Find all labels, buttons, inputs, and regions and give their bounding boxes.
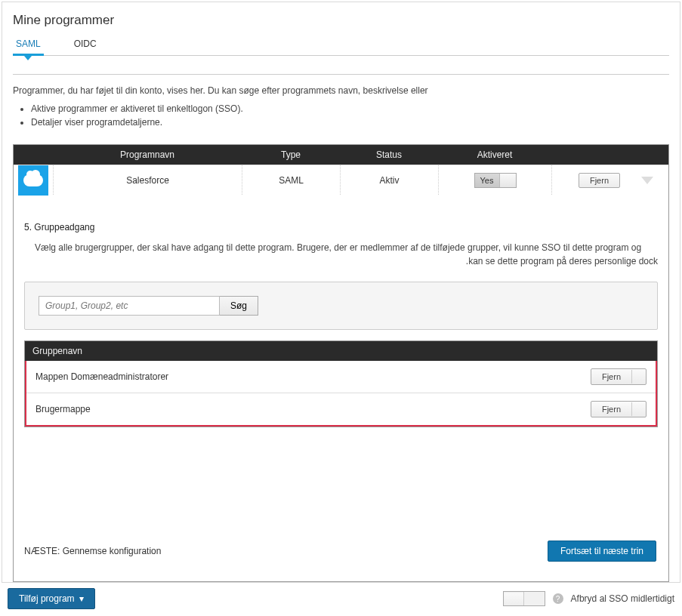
app-type: SAML	[242, 165, 340, 195]
groups-header: Gruppenavn	[25, 341, 657, 361]
remove-group-button[interactable]: Fjern	[591, 370, 632, 383]
expand-row-icon[interactable]	[641, 177, 653, 184]
page-title: Mine programmer	[13, 13, 669, 28]
col-header-enabled: Aktiveret	[438, 149, 551, 160]
intro-text: Programmer, du har føjet til din konto, …	[13, 85, 669, 96]
search-panel: Søg	[24, 282, 658, 330]
add-program-label: Tilføj program	[19, 593, 75, 604]
apps-table-header: Programnavn Type Status Aktiveret	[14, 145, 668, 165]
col-header-type: Type	[242, 149, 340, 160]
divider	[13, 74, 669, 75]
group-search-input[interactable]	[39, 296, 220, 316]
group-name: Brugermappe	[35, 404, 91, 414]
remove-app-button[interactable]: Fjern	[579, 173, 620, 188]
group-search-button[interactable]: Søg	[220, 296, 258, 316]
help-icon[interactable]: ?	[553, 593, 563, 604]
group-row: Mappen Domæneadministratorer Fjern	[26, 361, 656, 393]
group-menu-icon[interactable]	[632, 402, 646, 417]
app-name: Salesforce	[53, 165, 242, 195]
tabs: SAML OIDC	[13, 38, 669, 56]
enabled-toggle[interactable]: Yes	[474, 173, 517, 188]
step-desc-tail: .kan se dette program på deres personlig…	[24, 256, 658, 266]
intro-list: Aktive programmer er aktiveret til enkel…	[31, 102, 669, 129]
suspend-sso-label: Afbryd al SSO midlertidigt	[571, 593, 674, 604]
tab-saml[interactable]: SAML	[13, 38, 44, 55]
continue-button[interactable]: Fortsæt til næste trin	[548, 541, 656, 562]
step-label: 5. Gruppeadgang	[24, 222, 658, 233]
intro-bullet: Aktive programmer er aktiveret til enkel…	[31, 102, 669, 116]
toggle-knob	[499, 174, 516, 187]
step-title: Gruppeadgang	[34, 222, 94, 233]
table-row: Salesforce SAML Aktiv Yes Fjern	[14, 165, 668, 195]
add-program-button[interactable]: Tilføj program ▾	[8, 588, 95, 609]
step-desc: Vælg alle brugergrupper, der skal have a…	[35, 242, 658, 254]
group-menu-icon[interactable]	[632, 369, 646, 384]
cloud-icon	[23, 174, 43, 186]
remove-group-button[interactable]: Fjern	[591, 402, 632, 416]
chevron-down-icon: ▾	[79, 593, 84, 604]
next-step-label: NÆSTE: Gennemse konfiguration	[24, 546, 161, 556]
toggle-yes-label: Yes	[475, 174, 499, 187]
step-number: 5.	[24, 222, 32, 233]
footer-bar: Tilføj program ▾ ? Afbryd al SSO midlert…	[2, 584, 680, 613]
app-enabled-cell: Yes	[438, 165, 551, 195]
group-name: Mappen Domæneadministratorer	[35, 371, 168, 382]
col-header-name: Programnavn	[53, 149, 242, 160]
sso-suspend-toggle[interactable]	[503, 591, 545, 606]
intro-bullet: Detaljer viser programdetaljerne.	[31, 116, 669, 129]
groups-highlight: Mappen Domæneadministratorer Fjern Bruge…	[25, 361, 657, 427]
groups-table: Gruppenavn Mappen Domæneadministratorer …	[24, 340, 658, 427]
group-row: Brugermappe Fjern	[26, 393, 656, 425]
apps-table: Programnavn Type Status Aktiveret Salesf…	[13, 144, 669, 582]
tab-oidc[interactable]: OIDC	[71, 38, 100, 55]
app-status: Aktiv	[340, 165, 438, 195]
col-header-status: Status	[340, 149, 438, 160]
salesforce-icon	[18, 165, 48, 196]
